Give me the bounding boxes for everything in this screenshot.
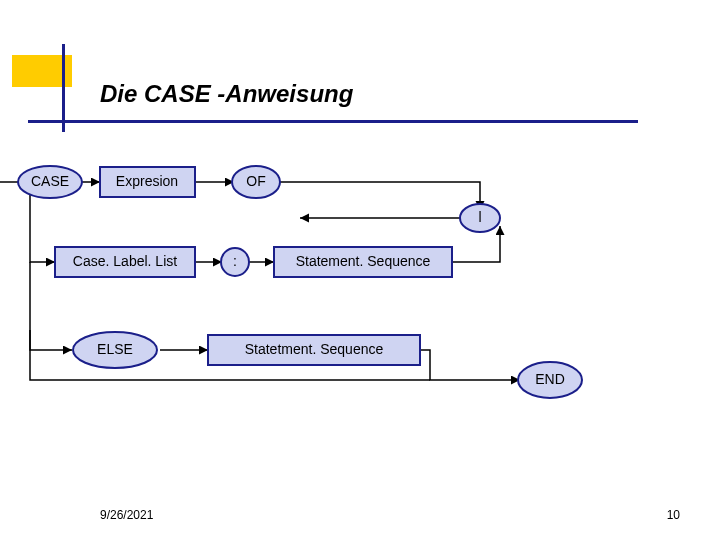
node-else-label: ELSE — [97, 341, 133, 357]
title-underline — [28, 120, 638, 123]
node-case-label-list-label: Case. Label. List — [73, 253, 177, 269]
node-colon-label: : — [233, 253, 237, 269]
slide-title: Die CASE -Anweisung — [100, 80, 353, 108]
title-vertical-rule — [62, 44, 65, 132]
slide-body: Die CASE -Anweisung — [0, 0, 720, 540]
node-statement-sequence-2-label: Statetment. Sequence — [245, 341, 384, 357]
node-separator-label: l — [478, 209, 481, 225]
footer-page-number: 10 — [667, 508, 680, 522]
node-expression-label: Expresion — [116, 173, 178, 189]
syntax-diagram: CASE Expresion OF l Case. Label. List : … — [0, 140, 720, 460]
node-of-label: OF — [246, 173, 265, 189]
footer-date: 9/26/2021 — [100, 508, 153, 522]
node-case-label: CASE — [31, 173, 69, 189]
node-end-label: END — [535, 371, 565, 387]
node-statement-sequence-1-label: Statement. Sequence — [296, 253, 431, 269]
